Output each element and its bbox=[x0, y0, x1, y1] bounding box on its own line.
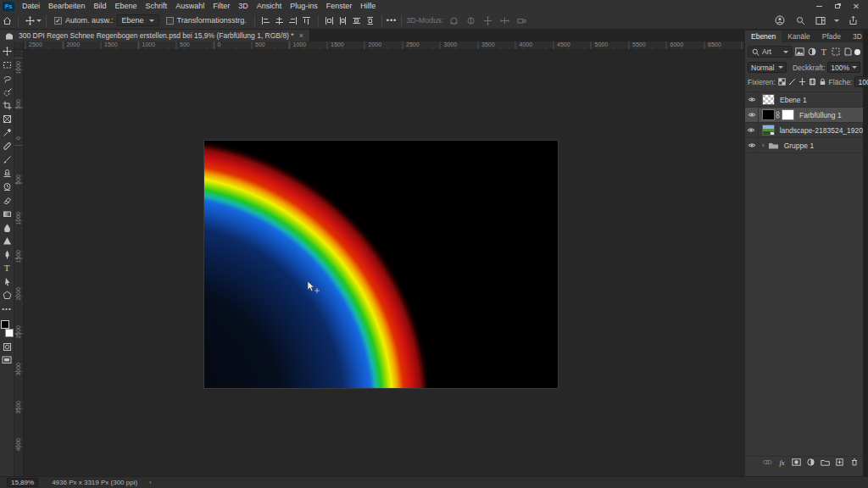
tab-kanaele[interactable]: Kanäle bbox=[782, 30, 815, 42]
tool-preset-caret-icon[interactable] bbox=[36, 19, 42, 22]
path-selection-tool-icon[interactable] bbox=[1, 274, 14, 288]
layer-name[interactable]: Ebene 1 bbox=[780, 96, 807, 104]
layer-row-farbfuellung-1[interactable]: Farbfüllung 1 bbox=[745, 108, 863, 123]
add-layer-mask-icon[interactable] bbox=[792, 458, 801, 467]
layer-name[interactable]: Farbfüllung 1 bbox=[799, 111, 842, 119]
menu-ansicht[interactable]: Ansicht bbox=[253, 0, 287, 12]
visibility-eye-icon[interactable] bbox=[745, 123, 759, 137]
lasso-tool-icon[interactable] bbox=[1, 71, 14, 85]
layer-name[interactable]: Gruppe 1 bbox=[784, 141, 814, 150]
lock-artboard-icon[interactable] bbox=[809, 76, 816, 87]
layer-row-gruppe-1[interactable]: › Gruppe 1 bbox=[745, 138, 863, 153]
layer-name[interactable]: landscape-2183524_1920 bbox=[780, 126, 863, 135]
menu-auswahl[interactable]: Auswahl bbox=[171, 0, 209, 12]
brush-tool-icon[interactable] bbox=[1, 152, 14, 166]
align-top-icon[interactable] bbox=[300, 14, 314, 26]
align-left-icon[interactable] bbox=[259, 14, 273, 26]
zoom-level-field[interactable]: 15,89% bbox=[7, 478, 38, 487]
layer-thumbnail[interactable] bbox=[762, 94, 775, 105]
distribute-center-icon[interactable] bbox=[337, 14, 350, 26]
move-tool-icon[interactable] bbox=[23, 14, 36, 26]
filter-type-select[interactable]: Art bbox=[748, 46, 793, 58]
layer-effects-icon[interactable]: fx bbox=[777, 458, 787, 467]
distribute-right-icon[interactable] bbox=[350, 14, 364, 26]
workspace-switcher-icon[interactable] bbox=[814, 14, 827, 26]
lock-transparency-icon[interactable] bbox=[778, 76, 786, 87]
shape-tool-icon[interactable] bbox=[1, 288, 14, 302]
ruler-corner[interactable] bbox=[14, 42, 24, 50]
link-layers-icon[interactable] bbox=[763, 458, 772, 467]
quick-selection-tool-icon[interactable] bbox=[1, 85, 14, 98]
distribute-bottom-icon[interactable] bbox=[364, 14, 377, 26]
home-icon[interactable] bbox=[0, 14, 14, 26]
align-center-h-icon[interactable] bbox=[273, 14, 287, 26]
auto-select-dropdown[interactable]: Ebene bbox=[117, 14, 159, 26]
visibility-eye-icon[interactable] bbox=[745, 138, 759, 152]
distribute-left-icon[interactable] bbox=[323, 14, 337, 26]
document-canvas[interactable] bbox=[204, 141, 558, 388]
clone-stamp-tool-icon[interactable] bbox=[1, 166, 14, 180]
quick-mask-icon[interactable] bbox=[1, 340, 14, 353]
eyedropper-tool-icon[interactable] bbox=[1, 125, 14, 139]
document-tab[interactable]: 300 DPI Regen Schnee Regenbogen erstelle… bbox=[0, 30, 310, 42]
status-options-chevron-icon[interactable]: › bbox=[149, 479, 152, 486]
auto-select-checkbox[interactable]: ✓ bbox=[54, 17, 62, 25]
share-icon[interactable] bbox=[846, 14, 860, 26]
group-expand-icon[interactable]: › bbox=[762, 141, 765, 149]
tab-pfade[interactable]: Pfade bbox=[816, 30, 847, 42]
filter-toggle[interactable] bbox=[854, 49, 860, 55]
move-tool-icon[interactable] bbox=[1, 44, 14, 58]
tab-3d[interactable]: 3D bbox=[847, 30, 868, 42]
mask-link-icon[interactable] bbox=[776, 111, 780, 119]
restore-icon[interactable] bbox=[831, 2, 844, 11]
eraser-tool-icon[interactable] bbox=[1, 193, 14, 207]
minimize-icon[interactable] bbox=[812, 2, 826, 11]
background-color-swatch[interactable] bbox=[5, 329, 14, 337]
search-icon[interactable] bbox=[793, 14, 807, 26]
filter-smart-objects-icon[interactable] bbox=[843, 47, 853, 58]
visibility-eye-icon[interactable] bbox=[745, 108, 759, 122]
account-avatar-icon[interactable] bbox=[773, 14, 787, 26]
filter-pixel-layers-icon[interactable] bbox=[794, 47, 804, 58]
dodge-tool-icon[interactable] bbox=[1, 234, 14, 247]
lock-all-icon[interactable] bbox=[819, 76, 826, 87]
filter-type-layers-icon[interactable]: T bbox=[819, 47, 829, 58]
lock-pixels-icon[interactable] bbox=[788, 76, 796, 87]
menu-datei[interactable]: Datei bbox=[18, 0, 44, 12]
menu-bearbeiten[interactable]: Bearbeiten bbox=[44, 0, 90, 12]
foreground-color-swatch[interactable] bbox=[1, 320, 9, 329]
filter-shape-layers-icon[interactable] bbox=[831, 47, 841, 58]
new-layer-icon[interactable] bbox=[835, 458, 844, 467]
more-options-icon[interactable]: ••• bbox=[387, 16, 397, 25]
lock-position-icon[interactable] bbox=[798, 76, 806, 87]
blur-tool-icon[interactable] bbox=[1, 220, 14, 234]
crop-tool-icon[interactable] bbox=[1, 98, 14, 112]
tab-close-icon[interactable]: × bbox=[299, 31, 303, 40]
workspace-caret-icon[interactable] bbox=[834, 19, 839, 22]
menu-3d[interactable]: 3D bbox=[234, 0, 253, 12]
menu-filter[interactable]: Filter bbox=[209, 0, 234, 12]
pen-tool-icon[interactable] bbox=[1, 247, 14, 261]
transform-checkbox[interactable] bbox=[166, 17, 174, 25]
layer-row-ebene-1[interactable]: Ebene 1 bbox=[745, 92, 863, 108]
close-icon[interactable]: ✕ bbox=[849, 2, 863, 11]
rectangular-marquee-tool-icon[interactable] bbox=[1, 58, 14, 71]
frame-tool-icon[interactable] bbox=[1, 112, 14, 125]
menu-plugins[interactable]: Plug-ins bbox=[286, 0, 322, 12]
align-right-icon[interactable] bbox=[287, 14, 300, 26]
layer-row-landscape[interactable]: landscape-2183524_1920 bbox=[745, 123, 863, 138]
layer-mask-thumbnail[interactable] bbox=[782, 109, 794, 120]
new-group-icon[interactable] bbox=[821, 458, 830, 467]
delete-layer-icon[interactable] bbox=[849, 458, 859, 467]
blend-mode-select[interactable]: Normal bbox=[748, 62, 787, 73]
fill-value[interactable]: 100% bbox=[854, 76, 868, 87]
tab-ebenen[interactable]: Ebenen bbox=[745, 30, 782, 42]
edit-toolbar-icon[interactable]: ••• bbox=[1, 302, 14, 315]
menu-fenster[interactable]: Fenster bbox=[322, 0, 357, 12]
image-layer-thumbnail[interactable] bbox=[762, 125, 775, 136]
menu-bild[interactable]: Bild bbox=[90, 0, 111, 12]
menu-hilfe[interactable]: Hilfe bbox=[356, 0, 380, 12]
type-tool-icon[interactable]: T bbox=[1, 261, 14, 274]
fill-layer-thumbnail[interactable] bbox=[762, 109, 775, 120]
history-brush-tool-icon[interactable] bbox=[1, 180, 14, 193]
